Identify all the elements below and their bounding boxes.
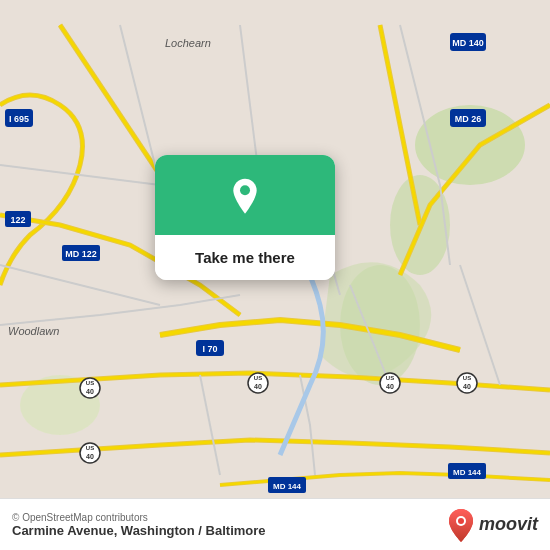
svg-text:MD 144: MD 144 bbox=[273, 482, 302, 491]
svg-text:I 695: I 695 bbox=[9, 114, 29, 124]
svg-text:US: US bbox=[463, 375, 471, 381]
svg-text:Lochearn: Lochearn bbox=[165, 37, 211, 49]
copyright-text: © OpenStreetMap contributors bbox=[12, 512, 266, 523]
take-me-there-button[interactable]: Take me there bbox=[155, 235, 335, 280]
svg-text:US: US bbox=[86, 380, 94, 386]
svg-point-40 bbox=[458, 518, 464, 524]
map-container: I 695 MD 140 MD 26 122 MD 122 I 70 US 40… bbox=[0, 0, 550, 550]
svg-text:MD 144: MD 144 bbox=[453, 468, 482, 477]
svg-text:US: US bbox=[86, 445, 94, 451]
popup-card: Take me there bbox=[155, 155, 335, 280]
location-name: Carmine Avenue, Washington / Baltimore bbox=[12, 523, 266, 538]
svg-text:40: 40 bbox=[86, 453, 94, 460]
svg-text:40: 40 bbox=[386, 383, 394, 390]
bottom-left-info: © OpenStreetMap contributors Carmine Ave… bbox=[12, 512, 266, 538]
svg-text:US: US bbox=[386, 375, 394, 381]
svg-point-38 bbox=[240, 185, 250, 195]
svg-text:US: US bbox=[254, 375, 262, 381]
moovit-logo: moovit bbox=[447, 508, 538, 542]
svg-text:MD 122: MD 122 bbox=[65, 249, 97, 259]
bottom-bar: © OpenStreetMap contributors Carmine Ave… bbox=[0, 498, 550, 550]
popup-header bbox=[155, 155, 335, 235]
svg-text:MD 140: MD 140 bbox=[452, 38, 484, 48]
moovit-brand-text: moovit bbox=[479, 514, 538, 535]
svg-text:I 70: I 70 bbox=[202, 344, 217, 354]
svg-text:Woodlawn: Woodlawn bbox=[8, 325, 59, 337]
moovit-pin-icon bbox=[447, 508, 475, 542]
location-pin-icon bbox=[225, 177, 265, 217]
svg-text:40: 40 bbox=[86, 388, 94, 395]
svg-text:122: 122 bbox=[10, 215, 25, 225]
svg-text:MD 26: MD 26 bbox=[455, 114, 482, 124]
svg-text:40: 40 bbox=[254, 383, 262, 390]
svg-text:40: 40 bbox=[463, 383, 471, 390]
